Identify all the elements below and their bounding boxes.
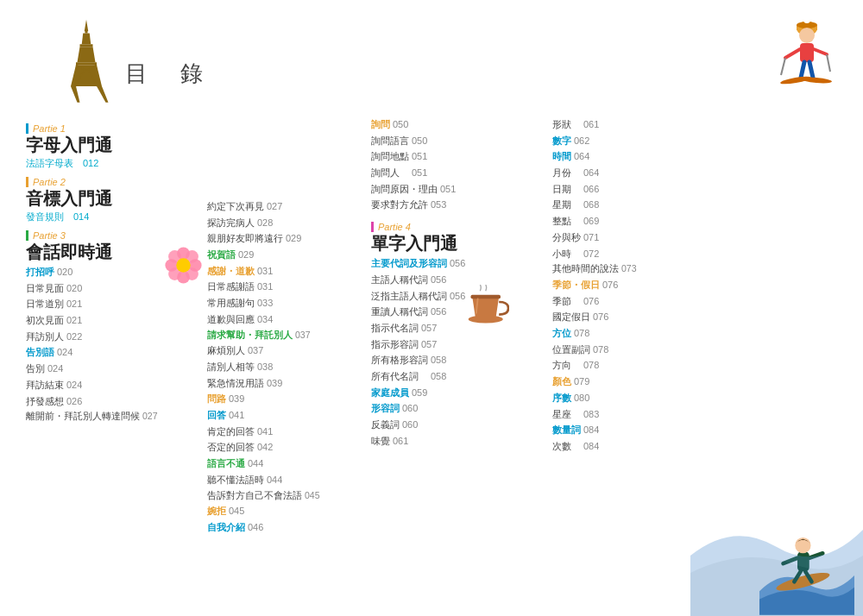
- item-抒發感想: 抒發感想026: [26, 393, 198, 410]
- item-主語人稱代詞: 主語人稱代詞056: [371, 272, 544, 288]
- rmid-column: 詢問050 詢問語言050 詢問地點051 詢問人 051 詢問原因・理由051…: [362, 116, 544, 536]
- svg-line-16: [814, 49, 827, 54]
- item-詢問人: 詢問人 051: [371, 165, 544, 181]
- item-所有格形容詞: 所有格形容詞058: [371, 352, 544, 368]
- item-拜訪別人: 拜訪別人022: [26, 329, 198, 345]
- item-反義詞: 反義詞060: [371, 417, 544, 433]
- coffee-cup-illustration: [466, 285, 509, 328]
- svg-line-20: [809, 62, 813, 78]
- partie1-sub: 法語字母表 012: [26, 157, 198, 170]
- svg-line-17: [781, 58, 785, 75]
- item-自我介紹: 自我介紹046: [207, 519, 362, 536]
- item-分與秒: 分與秒071: [552, 229, 716, 246]
- item-序數: 序數080: [552, 390, 716, 406]
- item-緊急情況: 緊急情況用語039: [207, 375, 362, 392]
- item-月份: 月份 064: [552, 165, 716, 181]
- item-整點: 整點 069: [552, 213, 716, 229]
- item-重讀人稱代詞: 重讀人稱代詞056: [371, 304, 544, 320]
- svg-marker-0: [85, 20, 89, 32]
- svg-line-19: [801, 62, 804, 78]
- skier-illustration: [759, 13, 837, 91]
- page-title: 目 錄: [125, 59, 208, 89]
- item-詢問原因: 詢問原因・理由051: [371, 181, 544, 198]
- svg-point-22: [801, 76, 832, 84]
- item-形容詞: 形容詞060: [371, 400, 544, 417]
- item-顏色: 顏色079: [552, 374, 716, 390]
- svg-line-15: [785, 49, 800, 58]
- item-季節: 季節 076: [552, 293, 716, 310]
- item-拜訪結束: 拜訪結束024: [26, 377, 198, 393]
- partie1-section: Partie 1 字母入門通 法語字母表 012: [26, 123, 198, 170]
- partie1-label: Partie 1: [26, 123, 198, 134]
- svg-point-13: [799, 28, 815, 43]
- item-詢問地點: 詢問地點051: [371, 148, 544, 165]
- item-語言不通: 語言不通044: [207, 456, 362, 472]
- item-常用感謝句: 常用感謝句033: [207, 295, 362, 311]
- partie2-section: Partie 2 音標入門通 發音規則 014: [26, 177, 198, 223]
- item-婉拒: 婉拒045: [207, 503, 362, 519]
- item-詢問語言: 詢問語言050: [371, 133, 544, 149]
- left-column: Partie 1 字母入門通 法語字母表 012 Partie 2 音標入門通 …: [26, 116, 198, 536]
- item-指示代名詞: 指示代名詞057: [371, 320, 544, 336]
- partie1-title: 字母入門通: [26, 135, 198, 155]
- item-告別: 告別024: [26, 361, 198, 377]
- item-日常感謝語: 日常感謝語031: [207, 279, 362, 295]
- item-請別人相等: 請別人相等038: [207, 359, 362, 375]
- item-否定回答: 否定的回答042: [207, 439, 362, 456]
- item-位置副詞: 位置副詞078: [552, 342, 716, 358]
- svg-point-32: [176, 258, 191, 273]
- item-家庭成員: 家庭成員059: [371, 385, 544, 401]
- item-形狀: 形狀 061: [552, 116, 716, 133]
- item-肯定回答: 肯定的回答041: [207, 424, 362, 440]
- item-探訪完病人: 探訪完病人028: [207, 215, 362, 231]
- item-回答: 回答041: [207, 407, 362, 424]
- svg-point-34: [469, 315, 503, 323]
- item-次數: 次數 084: [552, 438, 716, 455]
- item-日期: 日期 066: [552, 181, 716, 198]
- item-麻煩別人: 麻煩別人037: [207, 343, 362, 359]
- item-主要代詞: 主要代詞及形容詞056: [371, 255, 544, 272]
- item-數字: 數字062: [552, 133, 716, 149]
- wave-decoration: [690, 487, 863, 616]
- item-問路: 問路039: [207, 391, 362, 407]
- svg-rect-5: [76, 62, 97, 65]
- item-離開前: 離開前・拜託別人轉達問候027: [26, 409, 198, 424]
- item-季節假日: 季節・假日076: [552, 277, 716, 293]
- item-告訴對方: 告訴對方自己不會法語045: [207, 488, 362, 504]
- item-方位: 方位078: [552, 325, 716, 342]
- item-初次見面: 初次見面021: [26, 312, 198, 329]
- item-詢問: 詢問050: [371, 116, 544, 133]
- item-道歉與回應: 道歉與回應034: [207, 311, 362, 328]
- partie2-sub: 發音規則 014: [26, 211, 198, 223]
- item-味覺: 味覺061: [371, 433, 544, 449]
- partie4-label: Partie 4: [371, 222, 544, 232]
- partie2-label: Partie 2: [26, 177, 198, 187]
- xunwen-section: 詢問050 詢問語言050 詢問地點051 詢問人 051 詢問原因・理由051…: [371, 116, 544, 213]
- item-星期: 星期 068: [552, 197, 716, 213]
- svg-rect-1: [85, 30, 88, 34]
- flower-illustration: [160, 242, 207, 289]
- item-要求對方允許: 要求對方允許053: [371, 197, 544, 213]
- item-親朋好友: 親朋好友即將遠行029: [207, 230, 362, 247]
- svg-line-18: [827, 54, 830, 72]
- item-請求幫助: 請求幫助・拜託別人037: [207, 328, 362, 343]
- item-告別語: 告別語024: [26, 344, 198, 361]
- svg-marker-2: [82, 34, 91, 45]
- item-所有代名詞: 所有代名詞 058: [371, 368, 544, 385]
- right-column: 形狀 061 數字062 時間064 月份 064 日期 066 星期 068 …: [544, 116, 716, 536]
- item-感謝道歉: 感謝・道歉031: [207, 263, 362, 280]
- item-日常道別: 日常道別021: [26, 296, 198, 312]
- svg-marker-4: [78, 47, 96, 62]
- item-指示形容詞: 指示形容詞057: [371, 336, 544, 353]
- item-時間: 時間064: [552, 148, 716, 165]
- svg-marker-8: [97, 86, 109, 103]
- item-聽不懂: 聽不懂法語時044: [207, 472, 362, 488]
- eiffel-tower-icon: [60, 17, 112, 104]
- item-數量詞: 數量詞084: [552, 422, 716, 438]
- item-小時: 小時 072: [552, 246, 716, 262]
- svg-point-12: [803, 16, 810, 23]
- item-星座: 星座 083: [552, 406, 716, 423]
- svg-marker-7: [71, 86, 80, 103]
- partie2-title: 音標入門通: [26, 188, 198, 209]
- item-其他時間說法: 其他時間的說法073: [552, 261, 716, 277]
